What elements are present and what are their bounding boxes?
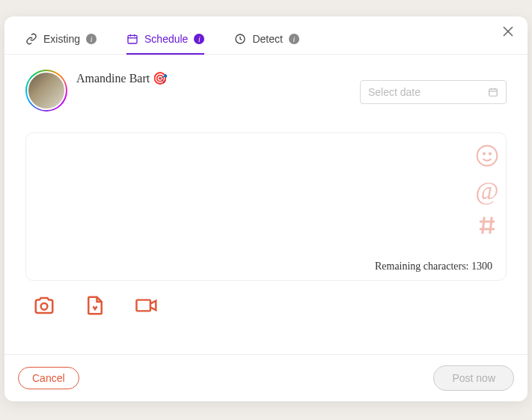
tab-schedule-label: Schedule (144, 33, 188, 45)
avatar-image (27, 71, 66, 110)
info-icon: i (194, 34, 204, 44)
attach-photo-button[interactable] (33, 294, 55, 317)
modal-footer: Cancel Post now (4, 354, 528, 401)
svg-line-17 (490, 217, 492, 234)
user-name: Amandine Bart 🎯 (76, 71, 168, 85)
info-icon: i (289, 34, 299, 44)
info-icon: i (86, 34, 97, 44)
svg-point-11 (477, 146, 498, 166)
link-icon (25, 33, 37, 45)
close-button[interactable] (502, 25, 514, 37)
header-row: Amandine Bart 🎯 Select date (25, 70, 507, 112)
composer-toolbar: @ (468, 133, 506, 280)
svg-rect-2 (128, 35, 137, 43)
tab-schedule[interactable]: Schedule i (126, 33, 204, 54)
tab-existing[interactable]: Existing i (25, 33, 97, 54)
character-counter: Remaining characters: 1300 (375, 261, 492, 273)
svg-line-16 (483, 217, 485, 234)
hashtag-button[interactable] (476, 214, 498, 237)
composer: @ Remaining characters: 1300 (25, 133, 507, 281)
char-counter-value: 1300 (471, 261, 492, 272)
document-icon (84, 294, 106, 317)
cancel-button[interactable]: Cancel (18, 367, 79, 389)
modal-content: Amandine Bart 🎯 Select date (4, 55, 528, 354)
schedule-modal: Existing i Schedule i Detect i (4, 16, 528, 401)
tab-bar: Existing i Schedule i Detect i (4, 16, 528, 55)
svg-point-12 (483, 153, 485, 154)
user-block: Amandine Bart 🎯 (25, 70, 168, 112)
emoji-button[interactable] (475, 144, 499, 168)
tab-detect-label: Detect (252, 33, 282, 45)
post-text-input[interactable] (26, 133, 468, 280)
tab-detect[interactable]: Detect i (234, 33, 299, 54)
attach-document-button[interactable] (84, 294, 106, 317)
tab-existing-label: Existing (43, 33, 80, 45)
calendar-icon (488, 87, 498, 97)
clock-icon (234, 33, 246, 45)
date-picker-placeholder: Select date (368, 86, 421, 98)
avatar (25, 70, 67, 112)
svg-rect-19 (136, 300, 150, 311)
hashtag-icon (476, 214, 498, 237)
attach-video-button[interactable] (135, 294, 159, 317)
svg-point-18 (41, 303, 48, 310)
camera-icon (33, 294, 55, 317)
date-picker[interactable]: Select date (360, 80, 507, 104)
mention-button[interactable]: @ (475, 178, 498, 204)
svg-rect-7 (489, 89, 498, 96)
post-now-button[interactable]: Post now (433, 365, 514, 391)
calendar-icon (126, 33, 138, 45)
smile-icon (475, 144, 499, 168)
char-counter-label: Remaining characters: (375, 261, 471, 272)
svg-point-13 (489, 153, 491, 154)
close-icon (502, 25, 514, 37)
attachment-row (25, 281, 507, 317)
video-icon (135, 294, 159, 317)
